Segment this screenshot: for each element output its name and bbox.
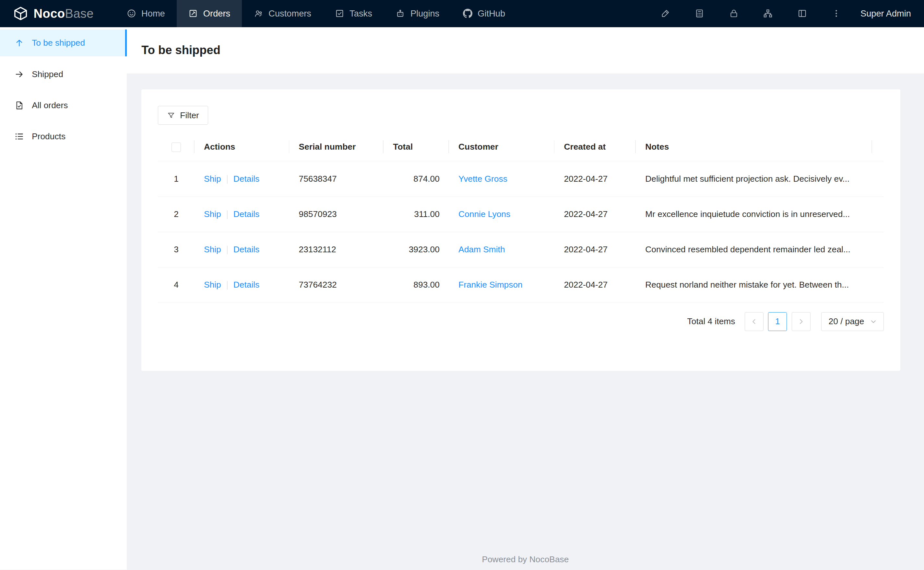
nav-item-label: Tasks bbox=[349, 8, 372, 19]
sidebar-item-shipped[interactable]: Shipped bbox=[0, 61, 127, 88]
main-area: To be shipped Filter Actions bbox=[127, 27, 924, 570]
highlighter-pen-button[interactable] bbox=[649, 0, 683, 27]
column-header-extra bbox=[872, 132, 884, 161]
total-cell: 311.00 bbox=[384, 196, 449, 232]
chevron-left-icon bbox=[750, 318, 758, 325]
total-cell: 874.00 bbox=[384, 161, 449, 196]
calculator-button[interactable] bbox=[683, 0, 716, 27]
details-link[interactable]: Details bbox=[234, 280, 260, 290]
pagination-next-button[interactable] bbox=[792, 312, 810, 331]
column-header-actions: Actions bbox=[195, 132, 289, 161]
customer-link[interactable]: Yvette Gross bbox=[458, 174, 507, 184]
total-cell: 3923.00 bbox=[384, 232, 449, 267]
details-link[interactable]: Details bbox=[234, 209, 260, 219]
page-title: To be shipped bbox=[141, 43, 220, 57]
sidebar-item-to-be-shipped[interactable]: To be shipped bbox=[0, 29, 127, 57]
pagination: Total 4 items 1 20 / page bbox=[158, 312, 884, 331]
sidebar-item-products[interactable]: Products bbox=[0, 123, 127, 150]
row-index: 1 bbox=[174, 174, 178, 184]
created-cell: 2022-04-27 bbox=[554, 267, 636, 302]
nocobase-logo[interactable]: NocoBase bbox=[0, 0, 105, 27]
sidebar-item-label: Products bbox=[32, 132, 66, 141]
ship-link[interactable]: Ship bbox=[204, 245, 221, 254]
user-menu[interactable]: Super Admin bbox=[853, 0, 924, 27]
nav-item-home[interactable]: Home bbox=[115, 0, 177, 27]
ship-link[interactable]: Ship bbox=[204, 280, 221, 290]
details-link[interactable]: Details bbox=[234, 245, 260, 254]
table-header-row: Actions Serial number Total Customer Cre… bbox=[158, 132, 884, 161]
layout-button[interactable] bbox=[785, 0, 819, 27]
action-divider bbox=[227, 210, 228, 219]
lock-button[interactable] bbox=[717, 0, 751, 27]
serial-cell: 98570923 bbox=[289, 196, 384, 232]
home-smile-icon bbox=[127, 9, 136, 18]
sidebar-item-all-orders[interactable]: All orders bbox=[0, 92, 127, 119]
column-header-total: Total bbox=[384, 132, 449, 161]
nav-item-orders[interactable]: Orders bbox=[177, 0, 242, 27]
column-header-notes: Notes bbox=[636, 132, 872, 161]
row-index: 2 bbox=[174, 209, 178, 219]
customer-link[interactable]: Adam Smith bbox=[458, 245, 505, 254]
notes-cell: Mr excellence inquietude conviction is i… bbox=[636, 196, 872, 232]
plugins-robot-icon bbox=[395, 9, 405, 18]
navbar-right: Super Admin bbox=[649, 0, 924, 27]
column-header-serial: Serial number bbox=[289, 132, 384, 161]
customer-link[interactable]: Frankie Simpson bbox=[458, 280, 523, 290]
notes-cell: Delightful met sufficient projection ask… bbox=[636, 161, 872, 196]
org-chart-button[interactable] bbox=[751, 0, 785, 27]
org-chart-icon bbox=[763, 8, 773, 18]
created-cell: 2022-04-27 bbox=[554, 196, 636, 232]
pagination-prev-button[interactable] bbox=[745, 312, 764, 331]
filter-button-label: Filter bbox=[180, 110, 199, 121]
serial-cell: 23132112 bbox=[289, 232, 384, 267]
calculator-icon bbox=[695, 8, 704, 18]
row-index: 3 bbox=[174, 245, 178, 254]
details-link[interactable]: Details bbox=[234, 174, 260, 184]
table-row: 4 ShipDetails 73764232 893.00 Frankie Si… bbox=[158, 267, 884, 302]
tasks-check-square-icon bbox=[335, 9, 344, 18]
layout-icon bbox=[797, 8, 807, 18]
nav-item-label: Plugins bbox=[410, 8, 439, 19]
orders-table-wrap: Actions Serial number Total Customer Cre… bbox=[158, 132, 884, 303]
sidebar-item-label: To be shipped bbox=[32, 38, 85, 48]
created-cell: 2022-04-27 bbox=[554, 232, 636, 267]
sidebar-item-label: All orders bbox=[32, 100, 68, 110]
filter-button[interactable]: Filter bbox=[158, 106, 208, 125]
ship-link[interactable]: Ship bbox=[204, 174, 221, 184]
more-menu-button[interactable] bbox=[819, 0, 853, 27]
table-row: 3 ShipDetails 23132112 3923.00 Adam Smit… bbox=[158, 232, 884, 267]
more-vertical-icon bbox=[831, 8, 841, 18]
column-header-created: Created at bbox=[554, 132, 636, 161]
highlighter-pen-icon bbox=[660, 8, 670, 18]
filter-funnel-icon bbox=[167, 112, 175, 120]
ship-link[interactable]: Ship bbox=[204, 209, 221, 219]
customer-link[interactable]: Connie Lyons bbox=[458, 209, 510, 219]
nav-item-tasks[interactable]: Tasks bbox=[323, 0, 384, 27]
total-cell: 893.00 bbox=[384, 267, 449, 302]
nocobase-logo-text: NocoBase bbox=[34, 6, 94, 21]
serial-cell: 75638347 bbox=[289, 161, 384, 196]
row-index: 4 bbox=[174, 280, 178, 290]
powered-by-text: Powered by NocoBase bbox=[482, 555, 569, 564]
nocobase-logo-icon bbox=[13, 6, 28, 21]
orders-card: Filter Actions Serial number Total Custo… bbox=[141, 89, 900, 371]
column-header-customer: Customer bbox=[449, 132, 554, 161]
action-divider bbox=[227, 175, 228, 183]
chevron-down-icon bbox=[870, 318, 877, 325]
notes-cell: Convinced resembled dependent remainder … bbox=[636, 232, 872, 267]
nav-item-label: GitHub bbox=[478, 8, 505, 19]
pagination-page-1[interactable]: 1 bbox=[768, 312, 787, 331]
action-divider bbox=[227, 246, 228, 254]
sidebar: To be shipped Shipped All orders Product… bbox=[0, 27, 127, 570]
nav-item-plugins[interactable]: Plugins bbox=[384, 0, 451, 27]
page-size-select[interactable]: 20 / page bbox=[821, 312, 884, 331]
chevron-right-icon bbox=[798, 318, 805, 325]
select-all-checkbox[interactable] bbox=[172, 142, 181, 152]
nav-item-customers[interactable]: Customers bbox=[242, 0, 323, 27]
nav-item-github[interactable]: GitHub bbox=[451, 0, 517, 27]
nav-item-label: Customers bbox=[268, 8, 311, 19]
list-icon bbox=[14, 132, 24, 141]
nav-item-label: Orders bbox=[203, 8, 230, 19]
main-menu: Home Orders Customers bbox=[115, 0, 517, 27]
customers-team-icon bbox=[254, 9, 263, 18]
